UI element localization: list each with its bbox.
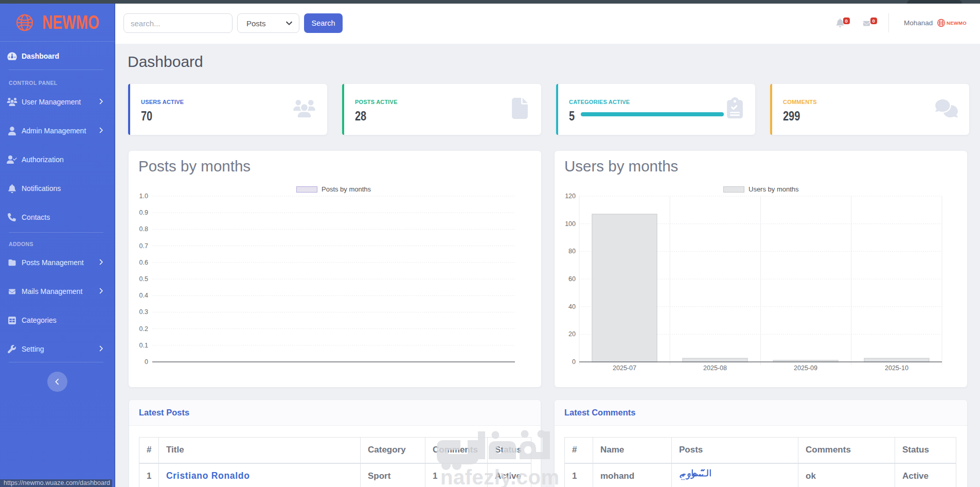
svg-text:40: 40 [568,303,576,310]
svg-text:0: 0 [145,358,148,366]
svg-text:0.3: 0.3 [139,308,148,316]
svg-text:20: 20 [568,331,576,338]
svg-text:0.4: 0.4 [139,292,148,299]
svg-text:2025-07: 2025-07 [613,364,636,372]
svg-text:120: 120 [565,193,576,200]
svg-text:100: 100 [565,220,576,228]
svg-text:0.2: 0.2 [139,325,148,333]
svg-text:0.8: 0.8 [139,225,148,233]
svg-text:80: 80 [568,248,576,255]
svg-text:0.7: 0.7 [139,242,148,250]
svg-text:0.1: 0.1 [139,342,148,349]
svg-text:2025-10: 2025-10 [885,364,908,372]
svg-text:0.9: 0.9 [139,209,148,216]
svg-text:0: 0 [572,358,576,366]
svg-text:2025-08: 2025-08 [703,364,727,372]
svg-text:2025-09: 2025-09 [794,364,817,372]
svg-text:60: 60 [568,275,576,283]
svg-text:0.6: 0.6 [139,259,148,266]
svg-text:1.0: 1.0 [139,193,148,200]
svg-text:0.5: 0.5 [139,275,148,283]
